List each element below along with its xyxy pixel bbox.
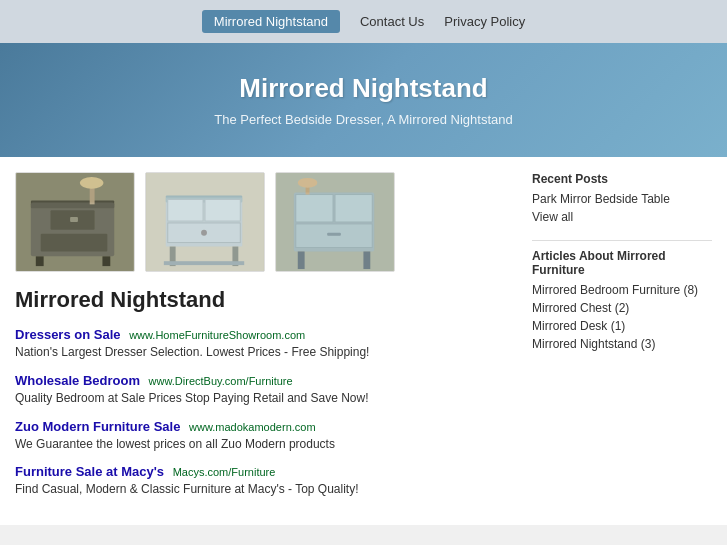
sidebar-link-view-all[interactable]: View all [532,210,712,224]
ad-link-1[interactable]: Wholesale Bedroom [15,373,140,388]
svg-rect-32 [294,193,374,252]
ad-link-2[interactable]: Zuo Modern Furniture Sale [15,419,180,434]
main-column: Mirrored Nightstand Dressers on Sale www… [15,172,512,510]
svg-rect-21 [166,198,242,247]
sidebar-articles-heading: Articles About Mirrored Furniture [532,249,712,277]
content-area: Mirrored Nightstand Dressers on Sale www… [0,157,727,525]
page-title: Mirrored Nightstand [15,287,512,313]
svg-point-9 [80,177,104,189]
hero-section: Mirrored Nightstand The Perfect Bedside … [0,43,727,157]
sidebar-link-park-mirror[interactable]: Park Mirror Bedside Table [532,192,712,206]
nav-item-privacy-policy[interactable]: Privacy Policy [444,14,525,29]
ad-link-0[interactable]: Dressers on Sale [15,327,121,342]
sidebar-articles: Articles About Mirrored Furniture Mirror… [532,249,712,351]
sidebar-divider [532,240,712,241]
nightstand-image-2[interactable] [145,172,265,272]
ad-block-3: Furniture Sale at Macy's Macys.com/Furni… [15,464,512,498]
svg-rect-29 [363,251,370,269]
ad-block-0: Dressers on Sale www.HomeFurnitureShowro… [15,327,512,361]
sidebar-recent-posts-heading: Recent Posts [532,172,712,186]
svg-rect-7 [102,256,110,266]
image-row [15,172,512,272]
sidebar: Recent Posts Park Mirror Bedside Table V… [532,172,712,510]
ad-desc-2: We Guarantee the lowest prices on all Zu… [15,436,512,453]
ad-desc-3: Find Casual, Modern & Classic Furniture … [15,481,512,498]
ad-desc-1: Quality Bedroom at Sale Prices Stop Payi… [15,390,512,407]
svg-rect-20 [164,261,244,265]
ad-block-1: Wholesale Bedroom www.DirectBuy.com/Furn… [15,373,512,407]
svg-rect-28 [298,251,305,269]
sidebar-link-nightstand[interactable]: Mirrored Nightstand (3) [532,337,712,351]
ad-link-3[interactable]: Furniture Sale at Macy's [15,464,164,479]
top-navigation: Mirrored Nightstand Contact Us Privacy P… [0,0,727,43]
ad-url-1: www.DirectBuy.com/Furniture [149,375,293,387]
svg-rect-6 [36,256,44,266]
nightstand-image-1[interactable] [15,172,135,272]
nav-item-contact-us[interactable]: Contact Us [360,14,424,29]
ad-block-2: Zuo Modern Furniture Sale www.madokamode… [15,419,512,453]
ad-url-3: Macys.com/Furniture [173,466,276,478]
sidebar-link-desk[interactable]: Mirrored Desk (1) [532,319,712,333]
hero-title: Mirrored Nightstand [20,73,707,104]
sidebar-recent-posts: Recent Posts Park Mirror Bedside Table V… [532,172,712,224]
svg-point-31 [298,178,318,188]
nightstand-image-3[interactable] [275,172,395,272]
svg-rect-10 [31,202,114,256]
sidebar-link-chest[interactable]: Mirrored Chest (2) [532,301,712,315]
ad-url-2: www.madokamodern.com [189,421,316,433]
sidebar-link-bedroom-furniture[interactable]: Mirrored Bedroom Furniture (8) [532,283,712,297]
hero-subtitle: The Perfect Bedside Dresser, A Mirrored … [20,112,707,127]
ads-container: Dressers on Sale www.HomeFurnitureShowro… [15,327,512,498]
ad-url-0: www.HomeFurnitureShowroom.com [129,329,305,341]
ad-desc-0: Nation's Largest Dresser Selection. Lowe… [15,344,512,361]
nav-item-mirrored-nightstand[interactable]: Mirrored Nightstand [202,10,340,33]
